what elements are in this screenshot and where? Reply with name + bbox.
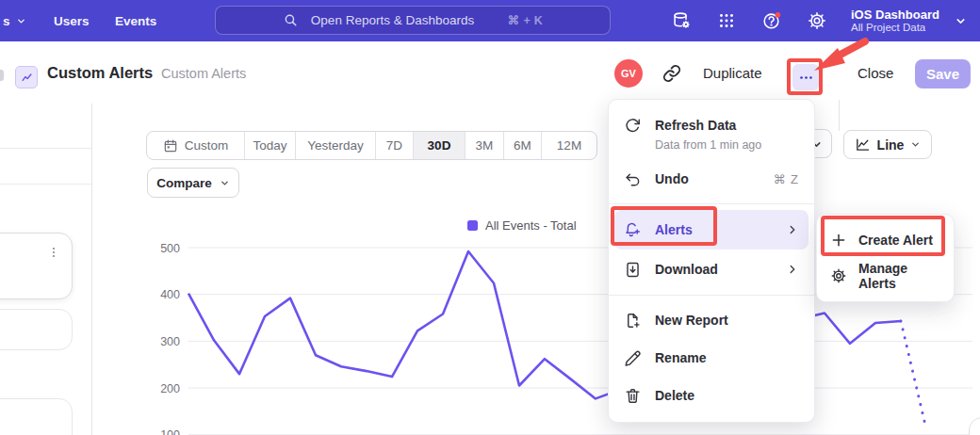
date-range-today[interactable]: Today [244,132,295,159]
download-icon [624,261,642,279]
compare-button[interactable]: Compare [147,168,239,198]
settings-gear-icon[interactable] [807,10,827,31]
submenu-item-manage-alerts[interactable]: Manage Alerts [817,258,954,294]
menu-item-refresh-data[interactable]: Refresh Data Data from 1 min ago [609,107,814,160]
chevron-right-icon [786,223,799,236]
legend-swatch [467,220,478,231]
chevron-down-icon [220,178,230,188]
menu-item-label: New Report [655,312,728,330]
apps-grid-icon[interactable] [716,10,737,31]
svg-text:100: 100 [160,428,180,435]
menu-item-new-report[interactable]: New Report [609,301,814,339]
date-range-custom[interactable]: Custom [147,132,244,159]
chevron-down-icon [16,16,26,26]
menu-item-download[interactable]: Download [609,250,814,289]
submenu-item-label: Manage Alerts [858,261,940,291]
svg-text:500: 500 [160,242,180,255]
sidebar-row[interactable] [0,104,91,149]
plus-icon [830,232,847,249]
kebab-menu-icon[interactable] [47,245,60,260]
chevron-down-icon [910,139,921,150]
close-button[interactable]: Close [858,65,893,81]
left-sidebar [0,104,92,435]
search-input[interactable] [309,12,498,28]
duplicate-button[interactable]: Duplicate [703,65,762,81]
search-shortcut: ⌘ + K [508,13,543,27]
file-plus-icon [624,312,642,330]
project-info: iOS Dashboard All Project Data [851,8,939,34]
date-range-yesterday[interactable]: Yesterday [295,132,375,159]
date-range-control: Custom Today Yesterday 7D 30D 3M 6M 12M [146,131,597,160]
menu-item-sublabel: Data from 1 min ago [655,138,761,152]
gear-icon [830,267,847,284]
date-range-6m[interactable]: 6M [503,132,541,159]
project-scope: All Project Data [851,22,939,34]
menu-item-alerts[interactable]: Alerts [614,210,808,250]
navbar-icons [671,0,827,41]
project-switcher[interactable]: iOS Dashboard All Project Data [851,0,967,41]
sidebar-row[interactable] [0,149,91,185]
menu-item-rename[interactable]: Rename [609,339,814,377]
svg-text:400: 400 [160,288,180,301]
nav-item-label: s [3,14,10,28]
search-icon [283,12,299,28]
global-search[interactable]: ⌘ + K [215,6,611,35]
nav-item-users[interactable]: Users [54,0,90,41]
undo-icon [624,170,642,188]
bell-plus-icon [624,221,642,239]
chevron-down-icon [955,15,967,27]
menu-item-delete[interactable]: Delete [609,377,814,414]
nav-item-events[interactable]: Events [115,0,156,41]
menu-item-label: Undo [655,170,689,188]
menu-item-label: Download [655,261,718,279]
dashboard-card[interactable] [0,309,73,350]
date-range-12m[interactable]: 12M [541,132,596,159]
breadcrumb[interactable]: Custom Alerts [161,66,246,81]
report-header: Custom Alerts Custom Alerts GV Duplicate… [0,41,980,104]
refresh-icon [624,117,642,135]
top-navbar: s Users Events ⌘ + K [0,0,980,41]
project-name: iOS Dashboard [851,8,939,22]
chart-type-button[interactable]: Line [843,130,932,159]
panel-resize-handle[interactable] [0,70,4,81]
menu-item-shortcut: ⌘ Z [773,172,799,186]
divider [609,203,814,204]
menu-item-label: Delete [655,387,694,405]
svg-text:300: 300 [160,335,180,348]
data-settings-icon[interactable] [671,10,692,31]
help-icon[interactable] [761,10,782,31]
dashboard-card[interactable] [0,233,73,299]
divider [609,295,814,296]
nav-item-boards-cropped[interactable]: s [3,0,26,41]
trash-icon [624,387,642,405]
menu-item-label: Alerts [655,221,693,239]
app-root: s Users Events ⌘ + K [0,0,980,435]
chart-legend: All Events - Total [467,218,577,233]
chevron-right-icon [786,263,799,276]
date-range-3m[interactable]: 3M [465,132,503,159]
compare-label: Compare [156,176,212,190]
date-range-30d[interactable]: 30D [413,132,465,159]
report-options-menu: Refresh Data Data from 1 min ago Undo ⌘ … [608,99,815,423]
divider [839,100,840,131]
page-title: Custom Alerts [47,64,153,82]
avatar[interactable]: GV [614,59,643,88]
alerts-submenu: Create Alert Manage Alerts [816,214,955,302]
report-type-icon [15,66,38,89]
calendar-icon [163,138,178,153]
legend-label: All Events - Total [485,218,577,233]
submenu-item-create-alert[interactable]: Create Alert [817,222,954,258]
notification-dot [776,12,781,18]
dashboard-card[interactable] [0,398,73,435]
link-icon[interactable] [662,63,682,84]
line-chart-icon [20,71,34,85]
svg-text:200: 200 [160,382,180,395]
chart-type-label: Line [877,137,905,153]
menu-item-text: Refresh Data Data from 1 min ago [655,117,761,152]
date-range-7d[interactable]: 7D [375,132,413,159]
save-button[interactable]: Save [915,59,971,89]
more-options-button[interactable] [792,64,819,90]
line-chart-icon [855,137,871,153]
menu-item-label: Refresh Data [655,117,761,135]
menu-item-undo[interactable]: Undo ⌘ Z [609,160,814,198]
